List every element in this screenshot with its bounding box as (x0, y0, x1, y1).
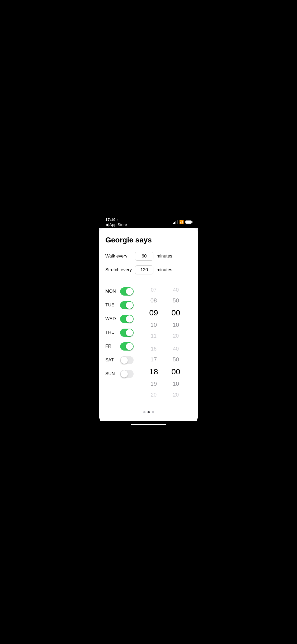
day-label-mon: MON (105, 289, 116, 294)
hour-column-bottom[interactable]: 16 17 18 19 20 (146, 343, 162, 400)
signal-bar-4 (177, 220, 178, 224)
toggle-mon[interactable] (120, 287, 134, 296)
hour-19: 19 (146, 378, 162, 389)
content-spacer (105, 400, 192, 401)
phone-frame: 17:19 ↑ ◀ App Store 📶 Georgie says (99, 215, 198, 429)
status-bar: 17:19 ↑ ◀ App Store 📶 (99, 215, 198, 228)
status-right: 📶 (173, 220, 192, 224)
home-indicator (99, 421, 198, 429)
status-left: 17:19 ↑ ◀ App Store (105, 217, 127, 227)
min-50-b: 50 (168, 354, 184, 365)
hour-column-top[interactable]: 07 08 09 10 11 (146, 284, 162, 341)
page-dot-0[interactable] (143, 411, 145, 413)
walk-every-label: Walk every (105, 254, 132, 259)
toggle-knob-sat (121, 357, 128, 364)
stretch-every-row: Stretch every minutes (105, 265, 192, 274)
toggle-sun[interactable] (120, 370, 134, 378)
min-column-bottom[interactable]: 40 50 00 10 20 (168, 343, 184, 400)
day-row-sun: SUN (105, 367, 134, 381)
day-label-wed: WED (105, 316, 116, 321)
toggle-knob-wed (126, 315, 133, 323)
day-row-tue: TUE (105, 298, 134, 312)
toggle-knob-mon (126, 288, 133, 295)
day-row-sat: SAT (105, 353, 134, 367)
status-time: 17:19 ↑ (105, 217, 127, 222)
toggle-knob-tue (126, 302, 133, 309)
stretch-every-unit: minutes (157, 267, 172, 273)
page-dot-2[interactable] (152, 411, 154, 413)
signal-bars-icon (173, 220, 178, 224)
days-list: MONTUEWEDTHUFRISATSUN (105, 284, 134, 400)
picker-divider-1 (138, 342, 192, 342)
signal-bar-2 (174, 222, 175, 224)
stretch-every-input[interactable] (135, 265, 153, 274)
hour-10: 10 (146, 319, 162, 330)
wifi-icon: 📶 (179, 220, 184, 224)
toggle-wed[interactable] (120, 315, 134, 323)
day-label-tue: TUE (105, 302, 116, 308)
page-title: Georgie says (105, 236, 192, 244)
day-label-fri: FRI (105, 344, 116, 349)
toggle-thu[interactable] (120, 329, 134, 337)
hour-07: 07 (146, 284, 162, 295)
back-nav[interactable]: ◀ App Store (105, 222, 127, 227)
top-time-picker[interactable]: 07 08 09 10 11 40 50 00 10 20 (138, 284, 192, 341)
day-row-mon: MON (105, 284, 134, 298)
day-row-thu: THU (105, 326, 134, 339)
battery-fill (186, 221, 191, 223)
signal-bar-3 (176, 221, 176, 224)
battery-icon (185, 220, 192, 224)
time-display: 17:19 (105, 217, 115, 222)
stretch-every-label: Stretch every (105, 267, 132, 273)
hour-08: 08 (146, 295, 162, 306)
min-40-b: 40 (168, 343, 184, 354)
bottom-time-picker[interactable]: 16 17 18 19 20 40 50 00 10 20 (138, 343, 192, 400)
min-00-b-selected: 00 (168, 365, 184, 378)
app-content: Georgie says Walk every minutes Stretch … (99, 228, 198, 421)
toggle-fri[interactable] (120, 342, 134, 351)
hour-16: 16 (146, 343, 162, 354)
day-row-wed: WED (105, 312, 134, 326)
hour-20: 20 (146, 389, 162, 400)
toggle-sat[interactable] (120, 356, 134, 364)
min-40: 40 (168, 284, 184, 295)
white-card: Georgie says Walk every minutes Stretch … (99, 228, 198, 406)
toggle-knob-sun (121, 370, 128, 378)
day-label-sun: SUN (105, 371, 116, 376)
min-20-bottom: 20 (168, 330, 184, 341)
day-label-thu: THU (105, 330, 116, 335)
toggle-knob-thu (126, 329, 133, 336)
walk-every-unit: minutes (157, 254, 172, 259)
min-10: 10 (168, 319, 184, 330)
home-bar (131, 424, 166, 425)
walk-every-row: Walk every minutes (105, 252, 192, 261)
min-column-top[interactable]: 40 50 00 10 20 (168, 284, 184, 341)
min-00-selected: 00 (168, 306, 184, 319)
back-nav-label[interactable]: ◀ App Store (105, 222, 127, 227)
toggle-tue[interactable] (120, 301, 134, 309)
day-label-sat: SAT (105, 357, 116, 363)
toggle-knob-fri (126, 343, 133, 350)
location-arrow-icon: ↑ (116, 218, 118, 221)
walk-every-input[interactable] (135, 252, 153, 261)
min-10-b: 10 (168, 378, 184, 389)
hour-18-selected: 18 (146, 365, 162, 378)
schedule-section: MONTUEWEDTHUFRISATSUN 07 08 09 10 11 (105, 284, 192, 400)
time-picker-area[interactable]: 07 08 09 10 11 40 50 00 10 20 (138, 284, 192, 400)
page-dot-1[interactable] (148, 411, 150, 413)
page-indicators (99, 406, 198, 421)
min-20-b: 20 (168, 389, 184, 400)
min-50: 50 (168, 295, 184, 306)
signal-bar-1 (173, 223, 174, 224)
hour-11: 11 (146, 330, 162, 341)
hour-09-selected: 09 (146, 306, 162, 319)
day-row-fri: FRI (105, 339, 134, 353)
hour-17: 17 (146, 354, 162, 365)
